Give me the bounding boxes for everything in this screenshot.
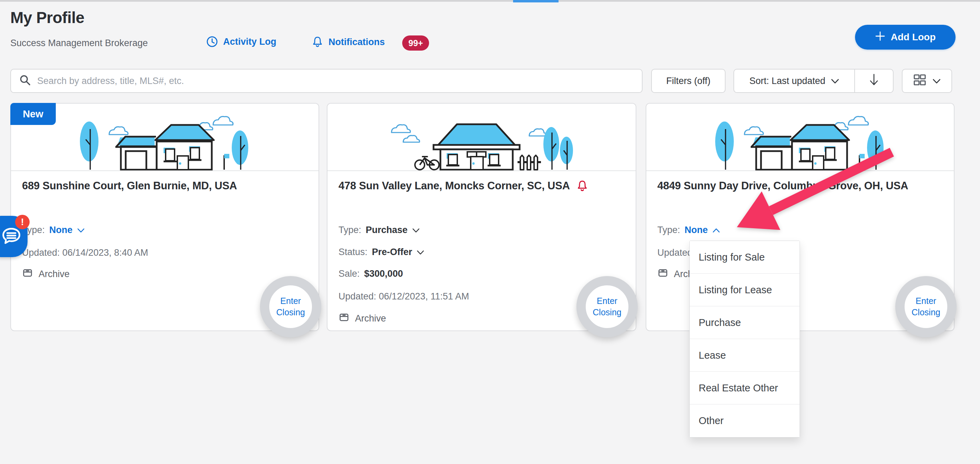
- type-dropdown-menu: Listing for Sale Listing for Lease Purch…: [689, 241, 800, 437]
- sort-label: Sort: Last updated: [749, 76, 826, 86]
- clock-icon: [206, 35, 218, 48]
- chat-bubble-icon: [2, 226, 21, 247]
- chevron-down-icon[interactable]: [77, 225, 85, 235]
- sort-direction-button[interactable]: [854, 70, 893, 92]
- plus-icon: [875, 31, 885, 44]
- archive-label: Archive: [355, 313, 386, 324]
- type-value-link[interactable]: Purchase: [366, 225, 408, 235]
- notifications-count-badge: 99+: [402, 35, 429, 51]
- search-box[interactable]: [10, 69, 643, 93]
- search-icon: [19, 74, 31, 87]
- garage-house-art: [80, 116, 248, 170]
- status-row: Status: Pre-Offer: [339, 247, 424, 257]
- updated-text: Updated: 06/14/2023, 8:40 AM: [22, 248, 148, 258]
- updated-row: Updated: 06/14/2023, 8:40 AM: [22, 248, 148, 258]
- archive-label: Archive: [38, 269, 70, 280]
- loop-address-title[interactable]: 689 Sunshine Court, Glen Burnie, MD, USA: [22, 179, 237, 193]
- chevron-down-icon: [831, 76, 839, 86]
- type-value-link[interactable]: None: [684, 225, 708, 235]
- type-option-other[interactable]: Other: [690, 404, 800, 437]
- arrow-down-icon: [869, 73, 879, 89]
- alert-bell-icon: [576, 180, 589, 197]
- chevron-up-icon[interactable]: [713, 225, 720, 235]
- activity-log-label: Activity Log: [223, 37, 277, 47]
- sort-group: Sort: Last updated: [733, 69, 894, 93]
- archive-button[interactable]: Archive: [22, 267, 70, 281]
- type-option-listing-for-lease[interactable]: Listing for Lease: [690, 274, 800, 306]
- sale-row: Sale: $300,000: [339, 269, 403, 279]
- add-loop-label: Add Loop: [891, 32, 936, 43]
- archive-button[interactable]: Archive: [339, 312, 386, 325]
- house-illustration: [328, 103, 636, 171]
- house-illustration: [646, 103, 954, 171]
- new-badge: New: [10, 103, 56, 125]
- enter-closing-button[interactable]: Enter Closing: [260, 276, 321, 337]
- status-value-link[interactable]: Pre-Offer: [372, 247, 412, 257]
- type-label: Type:: [339, 225, 361, 235]
- archive-icon: [657, 267, 668, 281]
- grid-view-icon: [913, 73, 926, 89]
- loop-address-title[interactable]: 478 Sun Valley Lane, Moncks Corner, SC, …: [339, 179, 589, 197]
- cottage-bike-art: [391, 124, 573, 170]
- archive-icon: [339, 312, 350, 325]
- type-option-real-estate-other[interactable]: Real Estate Other: [690, 372, 800, 404]
- top-divider: [0, 0, 980, 2]
- chevron-down-icon: [932, 76, 941, 86]
- notifications-link[interactable]: Notifications: [311, 35, 385, 49]
- type-option-lease[interactable]: Lease: [690, 339, 800, 372]
- type-value-link[interactable]: None: [49, 225, 73, 235]
- type-row: Type: Purchase: [339, 225, 420, 235]
- updated-text: Updated: 06/12/2023, 11:51 AM: [339, 291, 469, 302]
- type-option-purchase[interactable]: Purchase: [690, 306, 800, 339]
- view-toggle-button[interactable]: [902, 69, 952, 93]
- updated-row: Updated: 06/12/2023, 11:51 AM: [339, 291, 469, 302]
- chevron-down-icon[interactable]: [412, 225, 420, 235]
- enter-closing-button[interactable]: Enter Closing: [576, 276, 638, 337]
- garage-house-art: [715, 116, 884, 170]
- loop-address-title[interactable]: 4849 Sunny Day Drive, Columbus Grove, OH…: [657, 179, 908, 193]
- brokerage-name: Success Management Brokerage: [10, 38, 148, 49]
- loop-card[interactable]: New: [10, 103, 319, 331]
- activity-log-link[interactable]: Activity Log: [206, 35, 277, 48]
- notifications-label: Notifications: [328, 37, 385, 48]
- enter-closing-button[interactable]: Enter Closing: [895, 276, 956, 337]
- type-option-listing-for-sale[interactable]: Listing for Sale: [690, 241, 800, 274]
- archive-icon: [22, 267, 33, 281]
- house-illustration: [11, 103, 318, 171]
- type-row: Type: None: [22, 225, 85, 235]
- add-loop-button[interactable]: Add Loop: [855, 25, 956, 49]
- chevron-down-icon[interactable]: [417, 247, 424, 257]
- sale-value: $300,000: [364, 269, 403, 279]
- type-row: Type: None: [657, 225, 720, 235]
- top-scroll-indicator: [513, 0, 558, 2]
- sale-label: Sale:: [339, 269, 360, 279]
- loop-card[interactable]: 478 Sun Valley Lane, Moncks Corner, SC, …: [327, 103, 636, 331]
- status-label: Status:: [339, 247, 368, 257]
- sort-dropdown[interactable]: Sort: Last updated: [734, 70, 854, 92]
- type-label: Type:: [657, 225, 680, 235]
- alert-badge: !: [15, 215, 30, 229]
- filters-label: Filters (off): [666, 76, 711, 86]
- filters-button[interactable]: Filters (off): [651, 69, 725, 93]
- search-input[interactable]: [37, 76, 633, 86]
- bell-icon: [311, 35, 324, 49]
- page-title: My Profile: [10, 8, 84, 27]
